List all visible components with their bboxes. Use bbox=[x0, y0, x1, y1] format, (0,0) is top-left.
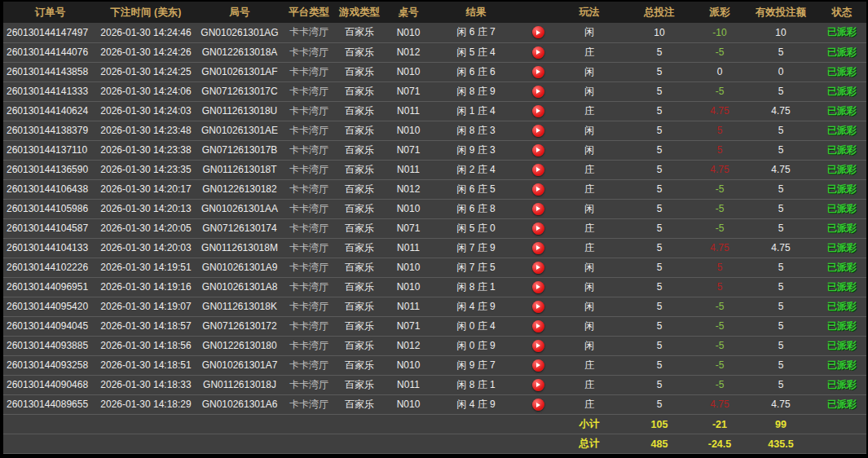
cell-bet-time: 2026-01-30 14:19:07 bbox=[97, 297, 195, 316]
cell-status: 已派彩 bbox=[817, 355, 866, 375]
replay-button[interactable] bbox=[532, 66, 544, 78]
replay-button[interactable] bbox=[532, 144, 544, 156]
replay-button[interactable] bbox=[532, 203, 544, 215]
cell-platform: 卡卡湾厅 bbox=[284, 355, 333, 375]
cell-valid-bet: 5 bbox=[744, 81, 817, 101]
cell-result: 闲 6 庄 8 bbox=[431, 199, 521, 218]
table-row: 2601301441440762026-01-30 14:24:26GN0122… bbox=[3, 42, 866, 62]
cell-valid-bet: 5 bbox=[744, 140, 817, 160]
cell-result: 闲 6 庄 7 bbox=[431, 23, 521, 42]
cell-result: 闲 5 庄 0 bbox=[431, 218, 521, 238]
replay-button[interactable] bbox=[532, 125, 544, 137]
cell-payout: 5 bbox=[695, 277, 744, 297]
cell-status: 已派彩 bbox=[817, 218, 866, 238]
play-icon bbox=[536, 167, 540, 172]
cell-bet-time: 2026-01-30 14:20:13 bbox=[97, 199, 195, 218]
cell-status: 已派彩 bbox=[817, 297, 866, 316]
cell-play-type: 庄 bbox=[555, 160, 623, 179]
replay-cell bbox=[521, 238, 555, 258]
total-valid-bet: 435.5 bbox=[744, 434, 817, 454]
replay-button[interactable] bbox=[532, 86, 544, 98]
play-icon bbox=[536, 69, 540, 74]
cell-result: 闲 6 庄 5 bbox=[431, 179, 521, 199]
cell-round-id: GN01226130182 bbox=[195, 179, 284, 199]
cell-play-type: 庄 bbox=[555, 218, 623, 238]
cell-platform: 卡卡湾厅 bbox=[284, 394, 333, 414]
cell-order-id: 260130144104587 bbox=[3, 218, 97, 238]
replay-button[interactable] bbox=[532, 359, 544, 372]
table-row: 2601301441064382026-01-30 14:20:17GN0122… bbox=[3, 179, 866, 199]
cell-round-id: GN0112613018J bbox=[195, 375, 284, 394]
play-icon bbox=[536, 245, 540, 250]
cell-table-no: N010 bbox=[386, 199, 431, 218]
cell-status: 已派彩 bbox=[817, 121, 866, 140]
table-row: 2601301441413332026-01-30 14:24:06GN0712… bbox=[3, 81, 866, 101]
play-icon bbox=[536, 108, 540, 113]
cell-round-id: GN0112613018M bbox=[195, 238, 284, 258]
table-row: 2601301440896552026-01-30 14:18:29GN0102… bbox=[3, 394, 866, 414]
replay-button[interactable] bbox=[532, 183, 544, 196]
replay-button[interactable] bbox=[532, 340, 544, 352]
cell-result: 闲 4 庄 9 bbox=[431, 394, 521, 414]
cell-round-id: GN010261301A8 bbox=[195, 277, 284, 297]
cell-bet-time: 2026-01-30 14:24:46 bbox=[97, 23, 195, 42]
cell-order-id: 260130144090468 bbox=[3, 375, 97, 394]
subtotal-row: 小计 105 -21 99 bbox=[3, 415, 866, 434]
cell-total-bet: 5 bbox=[623, 297, 695, 316]
cell-payout: -5 bbox=[695, 355, 744, 375]
cell-payout: -5 bbox=[695, 336, 744, 355]
cell-result: 闲 0 庄 4 bbox=[431, 316, 521, 336]
cell-table-no: N012 bbox=[386, 336, 431, 355]
cell-order-id: 260130144095420 bbox=[3, 297, 97, 316]
replay-cell bbox=[521, 23, 555, 42]
replay-button[interactable] bbox=[532, 242, 544, 254]
replay-button[interactable] bbox=[532, 46, 544, 59]
replay-button[interactable] bbox=[532, 26, 544, 38]
column-header-bet-time: 下注时间 (美东) bbox=[97, 2, 195, 23]
replay-button[interactable] bbox=[532, 105, 544, 117]
replay-button[interactable] bbox=[532, 379, 544, 391]
cell-platform: 卡卡湾厅 bbox=[284, 375, 333, 394]
cell-play-type: 闲 bbox=[555, 297, 623, 316]
replay-button[interactable] bbox=[532, 164, 544, 176]
cell-game-type: 百家乐 bbox=[333, 42, 386, 62]
replay-button[interactable] bbox=[532, 281, 544, 293]
cell-result: 闲 7 庄 9 bbox=[431, 238, 521, 258]
play-icon bbox=[536, 265, 540, 270]
play-icon bbox=[536, 30, 540, 35]
cell-round-id: GN0712613017C bbox=[195, 81, 284, 101]
cell-valid-bet: 5 bbox=[744, 121, 817, 140]
cell-play-type: 闲 bbox=[555, 336, 623, 355]
cell-game-type: 百家乐 bbox=[333, 218, 386, 238]
cell-bet-time: 2026-01-30 14:18:56 bbox=[97, 336, 195, 355]
cell-platform: 卡卡湾厅 bbox=[284, 258, 333, 277]
column-header-play-type: 玩法 bbox=[555, 2, 623, 23]
play-icon bbox=[536, 304, 540, 309]
replay-button[interactable] bbox=[532, 262, 544, 274]
cell-round-id: GN07126130172 bbox=[195, 316, 284, 336]
cell-game-type: 百家乐 bbox=[333, 140, 386, 160]
cell-bet-time: 2026-01-30 14:20:17 bbox=[97, 179, 195, 199]
cell-total-bet: 5 bbox=[623, 277, 695, 297]
table-row: 2601301440940452026-01-30 14:18:57GN0712… bbox=[3, 316, 866, 336]
table-row: 2601301440938852026-01-30 14:18:56GN0122… bbox=[3, 336, 866, 355]
replay-cell bbox=[521, 42, 555, 62]
table-row: 2601301441383792026-01-30 14:23:48GN0102… bbox=[3, 121, 866, 140]
replay-button[interactable] bbox=[532, 301, 544, 313]
cell-table-no: N071 bbox=[386, 81, 431, 101]
cell-play-type: 闲 bbox=[555, 121, 623, 140]
cell-status: 已派彩 bbox=[817, 394, 866, 414]
replay-cell bbox=[521, 394, 555, 414]
replay-button[interactable] bbox=[532, 399, 544, 411]
cell-payout: 5 bbox=[695, 258, 744, 277]
cell-bet-time: 2026-01-30 14:24:26 bbox=[97, 42, 195, 62]
cell-valid-bet: 5 bbox=[744, 336, 817, 355]
replay-button[interactable] bbox=[532, 222, 544, 235]
play-icon bbox=[536, 128, 540, 133]
replay-cell bbox=[521, 179, 555, 199]
replay-button[interactable] bbox=[532, 320, 544, 332]
cell-result: 闲 7 庄 5 bbox=[431, 258, 521, 277]
cell-bet-time: 2026-01-30 14:20:05 bbox=[97, 218, 195, 238]
cell-game-type: 百家乐 bbox=[333, 375, 386, 394]
cell-round-id: GN0112613018T bbox=[195, 160, 284, 179]
